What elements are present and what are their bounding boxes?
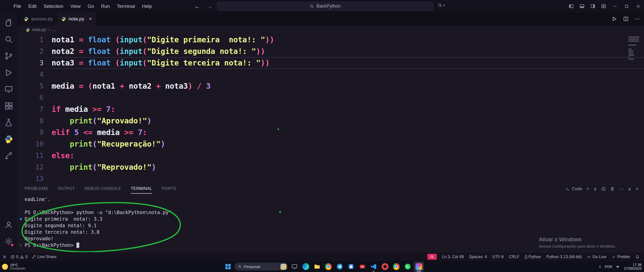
- panel-tab-debug-console[interactable]: DEBUG CONSOLE: [85, 184, 121, 194]
- hidden-icons-chevron-icon[interactable]: ∧: [599, 265, 601, 268]
- taskbar-app-task-view[interactable]: [289, 262, 299, 272]
- taskbar-app-microsoft-store[interactable]: [346, 262, 356, 272]
- taskbar-app-paint[interactable]: [414, 262, 424, 272]
- panel-tab-terminal[interactable]: TERMINAL: [131, 184, 152, 194]
- line-number[interactable]: 7: [17, 104, 44, 115]
- activity-run-and-debug-icon[interactable]: [0, 64, 17, 81]
- volume-icon[interactable]: [616, 264, 620, 269]
- taskbar-app-opera[interactable]: [380, 262, 390, 272]
- activity-python-icon[interactable]: [0, 131, 17, 147]
- clock[interactable]: 17:38 27/09/2025: [624, 263, 641, 270]
- status-notifications[interactable]: [635, 255, 639, 259]
- minimap[interactable]: [628, 36, 640, 63]
- taskbar-app-chrome[interactable]: [323, 262, 333, 272]
- terminal-profile-chip[interactable]: Code: [566, 186, 582, 191]
- code-line-8[interactable]: 8 print("Aprovado!"): [17, 115, 644, 127]
- code-line-7[interactable]: 7if media >= 7:: [17, 104, 644, 115]
- panel-tab-ports[interactable]: PORTS: [162, 184, 176, 194]
- more-icon[interactable]: ⋯: [619, 186, 624, 192]
- breadcrumb-file[interactable]: nota.py: [32, 27, 46, 32]
- tab-acesso.py[interactable]: acesso.py: [20, 12, 57, 25]
- activity-settings-icon[interactable]: [0, 233, 17, 250]
- taskbar-app-vscode[interactable]: [369, 262, 379, 272]
- toggle-panel-icon[interactable]: [579, 4, 585, 9]
- activity-explorer-icon[interactable]: [0, 14, 17, 31]
- status-indentation[interactable]: Spaces: 4: [469, 255, 487, 259]
- split-editor-icon[interactable]: [623, 16, 629, 22]
- status-python-interpreter[interactable]: Python 3.13 (64-bit): [546, 255, 582, 259]
- status-cursor-position[interactable]: Ln 3, Col 49: [442, 255, 464, 259]
- line-number[interactable]: 5: [17, 80, 44, 92]
- taskbar-app-file-explorer[interactable]: [312, 262, 322, 272]
- live-share-status[interactable]: Live Share: [32, 255, 57, 259]
- activity-extensions-icon[interactable]: [0, 97, 17, 114]
- customize-layout-icon[interactable]: [601, 4, 606, 9]
- line-number[interactable]: 3: [17, 57, 44, 69]
- command-center-search[interactable]: BackPython: [217, 2, 433, 11]
- toggle-secondary-sidebar-icon[interactable]: [590, 4, 595, 9]
- activity-testing-icon[interactable]: [0, 114, 17, 131]
- back-icon[interactable]: ←: [194, 3, 200, 10]
- line-number[interactable]: 8: [17, 115, 44, 127]
- line-number[interactable]: 12: [17, 161, 44, 173]
- code-line-12[interactable]: 12 print("Reprovado!"): [17, 161, 644, 173]
- add-terminal-icon[interactable]: +: [586, 186, 589, 192]
- close-panel-icon[interactable]: ×: [636, 186, 638, 192]
- code-line-11[interactable]: 11else:: [17, 150, 644, 161]
- more-actions-icon[interactable]: ⋯: [634, 16, 640, 22]
- remote-indicator-icon[interactable]: [3, 255, 7, 259]
- maximize-button[interactable]: [621, 0, 632, 12]
- code-line-1[interactable]: 1nota1 = float (input("Digite primeira n…: [17, 34, 644, 46]
- toggle-primary-sidebar-icon[interactable]: [569, 4, 574, 9]
- activity-remote-explorer-icon[interactable]: [0, 81, 17, 97]
- code-line-3[interactable]: 3nota3 = float (input("Digite terceira n…: [17, 57, 644, 69]
- line-number[interactable]: 9: [17, 127, 44, 138]
- code-editor[interactable]: 1nota1 = float (input("Digite primeira n…: [17, 34, 644, 184]
- code-line-6[interactable]: 6: [17, 92, 644, 104]
- status-prettier[interactable]: Prettier: [612, 255, 630, 259]
- status-search-alert[interactable]: [427, 254, 437, 260]
- language-indicator[interactable]: POR: [605, 265, 612, 269]
- multi-window-control[interactable]: ∨: [438, 3, 446, 7]
- minimize-button[interactable]: [609, 0, 621, 12]
- menu-view[interactable]: View: [67, 2, 84, 11]
- forward-icon[interactable]: →: [207, 3, 213, 10]
- activity-source-control-icon[interactable]: [0, 48, 17, 64]
- line-number[interactable]: 13: [17, 173, 44, 184]
- weather-widget[interactable]: 19°C Ensolarado: [2, 261, 25, 272]
- chevron-down-icon[interactable]: ∨: [593, 186, 597, 192]
- menu-file[interactable]: File: [10, 2, 25, 11]
- taskbar-search[interactable]: Pesquisar: [234, 263, 288, 270]
- panel-tab-problems[interactable]: PROBLEMS: [25, 184, 48, 194]
- menu-terminal[interactable]: Terminal: [113, 2, 139, 11]
- close-tab-icon[interactable]: ×: [89, 16, 92, 22]
- code-line-13[interactable]: 13: [17, 173, 644, 184]
- menu-selection[interactable]: Selection: [40, 2, 67, 11]
- breadcrumb[interactable]: nota.py › ...: [17, 25, 644, 34]
- tab-nota.py[interactable]: nota.py×: [57, 12, 96, 25]
- code-line-2[interactable]: 2nota2 = float (input("Digite segunda no…: [17, 46, 644, 57]
- code-line-5[interactable]: 5media = (nota1 + nota2 + nota3) / 3: [17, 80, 644, 92]
- taskbar-app-youtube[interactable]: [357, 262, 367, 272]
- line-number[interactable]: 1: [17, 34, 44, 46]
- taskbar-app-edge[interactable]: [301, 262, 311, 272]
- run-icon[interactable]: [611, 16, 617, 22]
- breadcrumb-more[interactable]: ...: [52, 27, 56, 32]
- trash-icon[interactable]: [610, 187, 615, 191]
- activity-accounts-icon[interactable]: [0, 216, 17, 233]
- activity-live-share-icon[interactable]: [0, 147, 17, 164]
- close-button[interactable]: [632, 0, 644, 12]
- problems-status[interactable]: 0 0: [11, 255, 28, 259]
- status-encoding[interactable]: UTF-8: [492, 255, 504, 259]
- status-language-mode[interactable]: {} Python: [525, 255, 541, 259]
- menu-edit[interactable]: Edit: [25, 2, 40, 11]
- taskbar-app-telegram[interactable]: [335, 262, 345, 272]
- taskbar-app-chrome-2[interactable]: [391, 262, 401, 272]
- menu-run[interactable]: Run: [98, 2, 113, 11]
- line-number[interactable]: 4: [17, 69, 44, 80]
- status-go-live[interactable]: Go Live: [587, 255, 606, 259]
- line-number[interactable]: 11: [17, 150, 44, 161]
- code-line-10[interactable]: 10 print("Recuperação!"): [17, 138, 644, 150]
- code-line-4[interactable]: 4: [17, 69, 644, 80]
- code-line-9[interactable]: 9elif 5 <= media >= 7:: [17, 127, 644, 138]
